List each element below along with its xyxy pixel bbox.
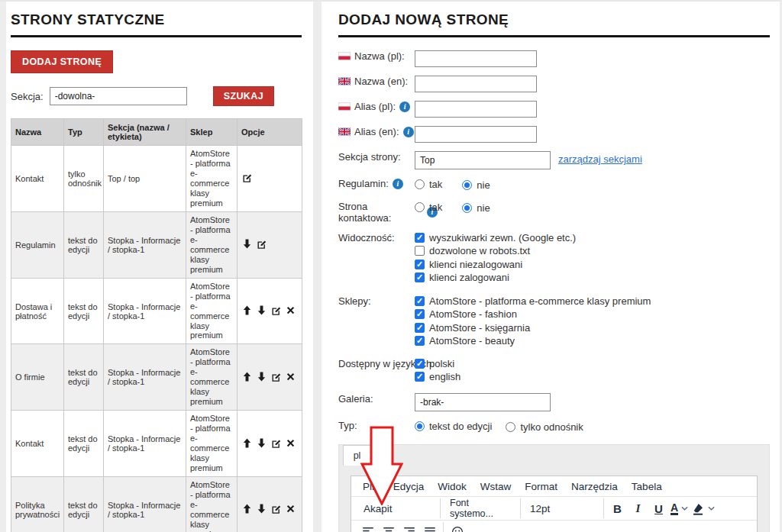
- visibility-option[interactable]: wyszukiwarki zewn. (Google etc.): [415, 232, 576, 244]
- name-en-input[interactable]: [415, 76, 537, 92]
- editor-menu-format[interactable]: Format: [518, 481, 564, 492]
- add-page-button[interactable]: DODAJ STRONĘ: [11, 50, 113, 73]
- info-icon[interactable]: i: [403, 127, 414, 137]
- editor-menu-narzędzia[interactable]: Narzędzia: [564, 481, 625, 492]
- move-up-icon[interactable]: [241, 503, 253, 514]
- page-type-option[interactable]: tylko odnośnik: [506, 421, 583, 434]
- shop-checkbox[interactable]: [415, 296, 425, 306]
- font-family-select[interactable]: Font systemo...: [444, 498, 517, 518]
- paragraph-format-select[interactable]: Akapit: [357, 498, 437, 518]
- align-center-icon[interactable]: [378, 522, 399, 532]
- format-value: Akapit: [364, 503, 393, 514]
- delete-icon[interactable]: [285, 437, 296, 449]
- emoticon-icon[interactable]: [447, 522, 467, 532]
- visibility-option[interactable]: klienci zalogowani: [415, 272, 576, 284]
- contact-page-option[interactable]: nie: [462, 202, 490, 214]
- edit-icon[interactable]: [270, 437, 282, 449]
- page-type-option[interactable]: tekst do edycji: [415, 420, 492, 434]
- move-up-icon[interactable]: [241, 305, 253, 316]
- editor-menu-tabela[interactable]: Tabela: [625, 481, 669, 492]
- alias-en-input[interactable]: [415, 126, 537, 143]
- info-icon[interactable]: i: [399, 102, 410, 112]
- language-option[interactable]: english: [415, 371, 460, 383]
- editor-menu-wstaw[interactable]: Wstaw: [473, 481, 519, 492]
- manage-sections-link[interactable]: zarządzaj sekcjami: [558, 153, 642, 165]
- contact-page-option[interactable]: tak: [415, 201, 442, 214]
- table-column-header: Opcje: [238, 119, 302, 146]
- alias-pl-input[interactable]: [415, 101, 537, 118]
- terms-option[interactable]: tak: [415, 178, 442, 192]
- shop-option[interactable]: AtomStore - platforma e-commerce klasy p…: [415, 295, 651, 308]
- page-section-select[interactable]: Top: [415, 151, 551, 169]
- editor-menu-widok[interactable]: Widok: [431, 481, 473, 492]
- edit-icon[interactable]: [256, 238, 267, 250]
- editor-tab-pl[interactable]: pl: [343, 445, 371, 466]
- visibility-checkbox[interactable]: [415, 246, 425, 256]
- edit-icon[interactable]: [241, 172, 253, 183]
- shop-checkbox[interactable]: [415, 336, 425, 346]
- cell-opcje: [238, 477, 302, 532]
- editor-tab-en[interactable]: en: [371, 445, 399, 466]
- shop-option[interactable]: AtomStore - księgarnia: [415, 322, 651, 334]
- poland-flag-icon: [338, 52, 351, 60]
- cell-sklep: AtomStore - platforma e-commerce klasy p…: [186, 344, 238, 411]
- edit-icon[interactable]: [270, 305, 282, 316]
- font-size-select[interactable]: 12pt: [524, 498, 600, 518]
- visibility-checkbox[interactable]: [415, 272, 425, 282]
- shop-checkbox[interactable]: [415, 309, 425, 319]
- name-pl-input[interactable]: [415, 50, 537, 67]
- move-down-icon[interactable]: [256, 305, 267, 316]
- row-option-icons: [241, 172, 253, 183]
- shop-option[interactable]: AtomStore - beauty: [415, 335, 651, 347]
- italic-icon[interactable]: I: [628, 498, 648, 518]
- visibility-checkbox[interactable]: [415, 233, 425, 243]
- page-type-radio[interactable]: [415, 421, 425, 431]
- align-right-icon[interactable]: [399, 522, 419, 532]
- align-justify-icon[interactable]: [419, 522, 440, 532]
- gallery-select[interactable]: -brak-: [415, 393, 551, 411]
- align-left-icon[interactable]: [357, 522, 378, 532]
- shop-option[interactable]: AtomStore - fashion: [415, 308, 651, 321]
- move-down-icon[interactable]: [256, 437, 267, 449]
- edit-icon[interactable]: [270, 503, 282, 514]
- contact-page-radio[interactable]: [462, 203, 472, 213]
- editor-menu-edycja[interactable]: Edycja: [386, 481, 431, 492]
- shop-checkbox[interactable]: [415, 323, 425, 333]
- info-icon[interactable]: i: [393, 179, 403, 189]
- search-button[interactable]: SZUKAJ: [213, 86, 274, 106]
- language-checkbox[interactable]: [415, 372, 425, 382]
- language-option[interactable]: polski: [415, 358, 460, 370]
- delete-icon[interactable]: [285, 503, 296, 514]
- visibility-option[interactable]: klienci niezalogowani: [415, 259, 576, 271]
- visibility-option[interactable]: dozwolone w robots.txt: [415, 245, 576, 257]
- terms-radio[interactable]: [415, 179, 425, 189]
- table-header-row: NazwaTypSekcja (nazwa / etykieta)SklepOp…: [11, 119, 302, 146]
- terms-option[interactable]: nie: [462, 179, 490, 192]
- cell-nazwa: Polityka prywatności: [11, 477, 64, 532]
- section-filter-select[interactable]: -dowolna-: [50, 87, 187, 105]
- terms-radio[interactable]: [462, 180, 472, 190]
- visibility-option-label: klienci niezalogowani: [429, 259, 522, 271]
- move-up-icon[interactable]: [241, 371, 253, 382]
- move-up-icon[interactable]: [241, 437, 253, 449]
- page-type-radio[interactable]: [506, 422, 515, 432]
- delete-icon[interactable]: [285, 305, 296, 316]
- chevron-down-icon: [706, 506, 715, 511]
- delete-icon[interactable]: [285, 371, 296, 382]
- edit-icon[interactable]: [270, 371, 282, 382]
- cell-nazwa: Kontakt: [11, 146, 64, 212]
- editor-menu-plik[interactable]: Plik: [356, 481, 386, 492]
- visibility-checkbox[interactable]: [415, 260, 425, 269]
- contact-page-radio[interactable]: [415, 202, 425, 212]
- highlight-color-icon[interactable]: [690, 498, 716, 518]
- cell-sekcja: Stopka - Informacje / stopka-1: [104, 477, 186, 532]
- move-down-icon[interactable]: [256, 503, 267, 514]
- underline-icon[interactable]: U: [648, 498, 669, 518]
- move-down-icon[interactable]: [241, 238, 253, 250]
- text-color-icon[interactable]: A: [669, 498, 690, 518]
- name-en-label: Nazwa (en):: [354, 76, 408, 87]
- bold-icon[interactable]: B: [607, 498, 628, 518]
- language-checkbox[interactable]: [415, 359, 425, 369]
- move-down-icon[interactable]: [256, 371, 267, 382]
- row-option-icons: [241, 503, 296, 514]
